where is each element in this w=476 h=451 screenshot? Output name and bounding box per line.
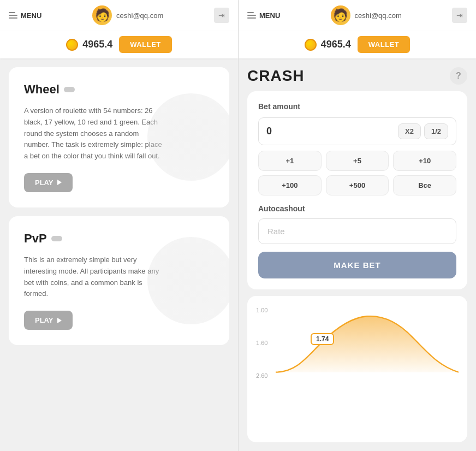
bet-multiplier-buttons: X2 1/2 [398,123,448,139]
left-balance-amount: 4965.4 [82,39,112,50]
right-balance-display: 4965.4 [305,39,351,51]
pvp-title: PvP [24,232,47,246]
pvp-play-label: PLAY [35,316,53,324]
left-wallet-button[interactable]: WALLET [119,36,171,53]
right-user-info: 🧑 ceshi@qq.com [331,5,402,25]
y-label-3: 2.60 [256,372,267,379]
left-balance-bar: 4965.4 WALLET [0,31,238,58]
chart-section: 1.00 1.60 2.60 [247,296,467,442]
pvp-play-button[interactable]: PLAY [24,311,73,330]
right-panel: MENU 🧑 ceshi@qq.com ⇥ 4965.4 WALLET CRAS… [238,0,476,451]
wheel-status-dot [64,87,75,92]
right-coin-icon [305,39,317,51]
left-balance-display: 4965.4 [66,39,112,51]
y-label-2: 1.60 [256,340,267,346]
right-balance-amount: 4965.4 [321,39,351,50]
left-menu-button[interactable]: MENU [9,11,41,20]
autocashout-label: Autocashout [258,204,456,213]
wheel-arrow-icon [57,180,62,185]
bet-amount-label: Bet amount [258,102,456,111]
pvp-status-dot [51,236,62,241]
wheel-title: Wheel [24,82,59,97]
help-button[interactable]: ? [450,67,467,85]
left-games-list: Wheel A version of roulette with 54 numb… [0,58,238,451]
right-header: MENU 🧑 ceshi@qq.com ⇥ [239,0,476,31]
right-wallet-button[interactable]: WALLET [358,36,410,53]
left-panel: MENU 🧑 ceshi@qq.com ⇥ 4965.4 WALLET Whee… [0,0,238,451]
chart-point-label: 1.74 [311,333,334,345]
left-logout-icon[interactable]: ⇥ [214,8,229,23]
right-logout-icon[interactable]: ⇥ [452,8,467,23]
wheel-play-button[interactable]: PLAY [24,173,73,192]
right-avatar: 🧑 [331,5,350,25]
left-avatar: 🧑 [92,5,112,25]
pvp-description: This is an extremely simple but very int… [24,254,166,300]
left-coin-icon [66,39,78,51]
right-menu-label: MENU [259,11,280,20]
quick-add-100[interactable]: +100 [258,175,322,195]
quick-add-10[interactable]: +10 [393,151,456,171]
chart-svg [276,305,459,376]
quick-add-all[interactable]: Все [393,175,456,195]
left-user-info: 🧑 ceshi@qq.com [92,5,163,25]
wheel-description: A version of roulette with 54 numbers: 2… [24,105,166,162]
wheel-card: Wheel A version of roulette with 54 numb… [9,67,229,207]
pvp-card: PvP This is an extremely simple but very… [9,216,229,345]
left-header: MENU 🧑 ceshi@qq.com ⇥ [0,0,238,31]
half-button[interactable]: 1/2 [424,123,448,139]
right-hamburger-icon [247,12,256,19]
wheel-play-label: PLAY [35,179,53,187]
autocashout-input[interactable] [258,218,456,244]
quick-add-grid: +1 +5 +10 +100 +500 Все [258,151,456,195]
pvp-arrow-icon [57,318,62,323]
x2-button[interactable]: X2 [398,123,421,139]
quick-add-5[interactable]: +5 [326,151,389,171]
page-title: CRASH [247,67,305,85]
quick-add-1[interactable]: +1 [258,151,322,171]
page-title-row: CRASH ? [247,67,467,85]
wheel-card-bg [147,93,229,181]
right-username: ceshi@qq.com [355,11,402,20]
pvp-card-bg [147,237,229,324]
make-bet-button[interactable]: MAKE BET [258,252,456,278]
hamburger-icon [9,12,17,19]
right-balance-bar: 4965.4 WALLET [239,31,476,58]
quick-add-500[interactable]: +500 [326,175,389,195]
bet-panel: Bet amount X2 1/2 +1 +5 +10 +100 +500 Вс… [247,91,467,289]
left-username: ceshi@qq.com [116,11,163,20]
menu-label: MENU [21,11,41,20]
bet-input-row: X2 1/2 [258,117,456,145]
right-main-content: CRASH ? Bet amount X2 1/2 +1 +5 +10 +100… [239,58,476,451]
right-menu-button[interactable]: MENU [247,11,280,20]
bet-amount-input[interactable] [266,126,398,137]
y-label-1: 1.00 [256,307,267,313]
